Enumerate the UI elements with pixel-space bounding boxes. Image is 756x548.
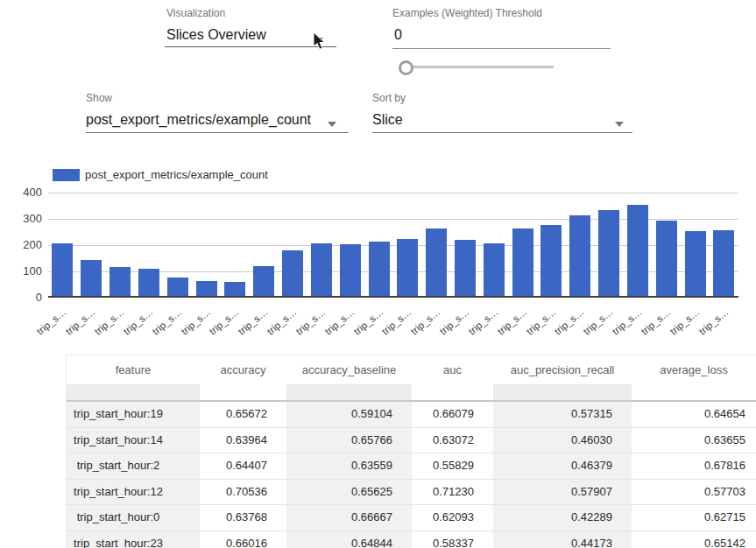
metric-cell: 0.65766 [286, 428, 412, 453]
bar-slot [451, 193, 480, 298]
bar[interactable] [369, 242, 390, 298]
metric-cell: 0.63655 [632, 428, 756, 453]
table-row: trip_start_hour:190.656720.591040.660790… [67, 402, 756, 428]
bar[interactable] [685, 231, 706, 298]
y-tick-label: 400 [7, 186, 42, 200]
bar[interactable] [569, 215, 590, 299]
bar[interactable] [484, 243, 505, 298]
filter-cell [67, 384, 200, 400]
threshold-underline [392, 48, 611, 49]
bar[interactable] [81, 260, 102, 299]
table-header-row: featureaccuracyaccuracy_baselineaucauc_p… [67, 355, 756, 384]
table-body: trip_start_hour:190.656720.591040.660790… [67, 402, 756, 548]
visualization-dropdown[interactable]: Slices Overview [166, 27, 266, 43]
metric-cell: 0.66016 [200, 531, 286, 548]
table-row: trip_start_hour:20.644070.635590.558290.… [67, 453, 756, 480]
bar[interactable] [627, 205, 648, 298]
dropdown-arrow-icon[interactable] [328, 122, 336, 127]
metric-cell: 0.64844 [286, 531, 412, 548]
metric-cell: 0.65625 [286, 480, 412, 505]
tfma-slices-overview-view: Visualization Slices Overview Examples (… [0, 0, 756, 548]
bar-slot [566, 193, 595, 298]
metric-cell: 0.62715 [632, 505, 756, 530]
bar[interactable] [110, 267, 131, 298]
bar-slot [221, 193, 250, 298]
bar[interactable] [167, 278, 188, 298]
bar[interactable] [656, 221, 677, 298]
sort-by-underline [372, 132, 632, 133]
sort-by-dropdown[interactable]: Slice [372, 112, 403, 128]
show-underline [86, 132, 349, 133]
metric-cell: 0.57907 [493, 480, 632, 505]
bar-slot [279, 193, 307, 298]
sort-by-label: Sort by [372, 92, 406, 104]
column-header-feature: feature [67, 355, 200, 384]
feature-cell: trip_start_hour:0 [67, 505, 200, 530]
metric-cell: 0.64407 [200, 453, 286, 479]
show-dropdown[interactable]: post_export_metrics/example_count [86, 112, 311, 128]
metric-cell: 0.63768 [200, 505, 286, 530]
metrics-table: featureaccuracyaccuracy_baselineaucauc_p… [66, 355, 756, 548]
bar-slot [624, 193, 653, 298]
metric-cell: 0.65142 [632, 531, 756, 548]
bar-slot [307, 193, 336, 298]
metric-cell: 0.63559 [286, 453, 412, 479]
metric-cell: 0.58337 [412, 531, 493, 548]
feature-cell: trip_start_hour:2 [67, 453, 200, 479]
bar[interactable] [598, 210, 619, 298]
metric-cell: 0.57703 [632, 480, 756, 505]
filter-cell [200, 384, 286, 400]
threshold-slider-knob[interactable] [399, 60, 413, 75]
bar-slot [537, 193, 566, 298]
bar[interactable] [52, 243, 73, 298]
bar[interactable] [512, 228, 533, 298]
metric-cell: 0.44173 [493, 531, 632, 548]
column-header-auc_precision_recall: auc_precision_recall [493, 355, 632, 384]
bar[interactable] [282, 250, 303, 298]
bar-slot [336, 193, 364, 298]
bar[interactable] [340, 244, 361, 298]
metric-cell: 0.65672 [200, 402, 286, 427]
metric-cell: 0.70536 [200, 480, 286, 505]
metric-cell: 0.62093 [412, 505, 493, 530]
plot-area [48, 193, 738, 298]
metric-cell: 0.63964 [200, 428, 286, 453]
gridline [48, 296, 738, 298]
bar-slot [422, 193, 451, 298]
threshold-slider-track[interactable] [402, 66, 554, 68]
table-row: trip_start_hour:140.639640.657660.630720… [67, 428, 756, 454]
bar-slot [393, 193, 422, 298]
metric-cell: 0.57315 [493, 402, 632, 427]
mouse-cursor-icon [313, 32, 328, 52]
bar-slot [595, 193, 624, 298]
y-tick-label: 300 [7, 212, 42, 226]
bar[interactable] [253, 266, 274, 298]
filter-cell [493, 384, 632, 400]
column-header-accuracy: accuracy [200, 355, 286, 384]
dropdown-arrow-icon[interactable] [615, 122, 624, 127]
bar-slot [250, 193, 279, 298]
metric-cell: 0.63072 [412, 428, 493, 453]
legend-swatch [53, 169, 80, 181]
bar[interactable] [138, 269, 159, 298]
show-label: Show [86, 92, 112, 104]
x-axis-labels: trip_s…trip_s…trip_s…trip_s…trip_s…trip_… [48, 299, 738, 339]
bar-slot [681, 193, 710, 298]
bar[interactable] [455, 240, 476, 298]
threshold-input[interactable]: 0 [394, 27, 402, 43]
bar[interactable] [426, 228, 447, 298]
bar[interactable] [397, 239, 418, 298]
metric-cell: 0.59104 [286, 402, 412, 427]
table-row: trip_start_hour:120.705360.656250.712300… [67, 480, 756, 506]
bar[interactable] [311, 243, 332, 298]
bar[interactable] [713, 230, 734, 298]
visualization-underline [165, 46, 336, 47]
metric-cell: 0.46030 [493, 428, 632, 453]
bar[interactable] [541, 225, 562, 298]
metric-cell: 0.55829 [412, 453, 493, 479]
bar-slot [77, 193, 106, 298]
bar-slot [163, 193, 192, 298]
filter-cell [286, 384, 412, 400]
feature-cell: trip_start_hour:23 [67, 531, 200, 548]
bar-slot [508, 193, 537, 298]
